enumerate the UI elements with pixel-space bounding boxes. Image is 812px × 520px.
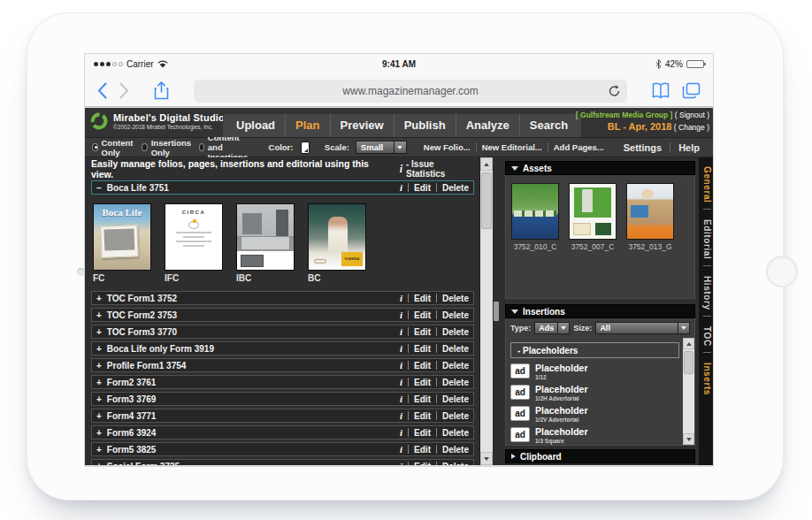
type-dropdown[interactable]: Ads — [534, 322, 570, 334]
scrollbar-track[interactable] — [480, 171, 493, 452]
delete-button[interactable]: Delete — [442, 411, 469, 421]
folio-row[interactable]: +TOC Form3 3770 iEditDelete — [91, 325, 474, 339]
folio-row[interactable]: +Profile Form1 3754 iEditDelete — [91, 358, 474, 372]
signout-link[interactable]: ( Signout ) — [675, 111, 709, 119]
edit-button[interactable]: Edit — [414, 327, 431, 337]
scrollbar-thumb[interactable] — [481, 172, 492, 229]
page-ifc[interactable]: CIRCA IFC — [165, 203, 223, 286]
help-button[interactable]: Help — [670, 142, 708, 153]
asset-thumb[interactable] — [511, 183, 559, 240]
edit-button[interactable]: Edit — [414, 310, 431, 320]
scrollbar-thumb[interactable] — [684, 351, 693, 374]
side-tab-history[interactable]: History — [702, 274, 712, 312]
new-editorial-button[interactable]: New Editorial... — [476, 142, 548, 152]
expand-icon[interactable]: + — [96, 361, 102, 371]
tabs-icon[interactable] — [682, 82, 701, 99]
info-icon[interactable]: i — [400, 394, 402, 404]
tab-preview[interactable]: Preview — [331, 114, 395, 137]
expand-icon[interactable]: + — [96, 310, 102, 320]
folio-panel-scrollbar[interactable] — [479, 157, 493, 465]
collapse-icon[interactable]: − — [96, 183, 102, 193]
delete-button[interactable]: Delete — [442, 183, 469, 193]
expand-icon[interactable]: + — [96, 294, 102, 303]
edit-button[interactable]: Edit — [414, 462, 431, 466]
edit-button[interactable]: Edit — [414, 361, 431, 371]
page-thumb-ifc[interactable]: CIRCA — [165, 203, 223, 271]
delete-button[interactable]: Delete — [442, 344, 469, 354]
back-icon[interactable] — [97, 82, 107, 99]
side-tab-general[interactable]: General — [702, 164, 712, 204]
scroll-down-icon[interactable] — [480, 452, 493, 465]
radio-insertions-only[interactable]: Insertions Only — [142, 138, 193, 157]
delete-button[interactable]: Delete — [442, 294, 469, 303]
info-icon[interactable]: i — [400, 427, 402, 438]
delete-button[interactable]: Delete — [442, 428, 469, 438]
dropdown-arrow-icon[interactable] — [395, 141, 407, 154]
scrollbar-track[interactable] — [683, 349, 694, 433]
info-icon[interactable]: i — [400, 182, 402, 193]
add-pages-button[interactable]: Add Pages... — [548, 142, 609, 152]
delete-button[interactable]: Delete — [442, 445, 469, 455]
edit-button[interactable]: Edit — [414, 183, 431, 193]
folio-row[interactable]: +Form4 3771 iEditDelete — [91, 409, 474, 423]
page-thumb-bc[interactable]: VIANNA — [308, 203, 366, 271]
edit-button[interactable]: Edit — [414, 445, 431, 455]
page-thumb-fc[interactable]: Boca Life — [93, 203, 151, 271]
panel-splitter[interactable] — [493, 157, 501, 465]
page-ibc[interactable]: IBC — [236, 203, 295, 286]
edit-button[interactable]: Edit — [414, 294, 431, 303]
folio-row[interactable]: +Form3 3769 iEditDelete — [91, 392, 474, 406]
delete-button[interactable]: Delete — [442, 394, 469, 404]
url-field[interactable]: www.magazinemanager.com — [194, 80, 627, 103]
info-icon[interactable]: i — [400, 410, 402, 421]
edit-button[interactable]: Edit — [414, 411, 431, 421]
page-thumb-ibc[interactable] — [236, 203, 295, 271]
size-dropdown[interactable]: All — [595, 322, 690, 334]
color-picker-swatch[interactable] — [301, 141, 309, 154]
scroll-up-icon[interactable] — [683, 338, 694, 349]
info-icon[interactable]: i — [400, 377, 402, 387]
folio-row[interactable]: +TOC Form1 3752 iEditDelete — [91, 291, 474, 305]
asset-item[interactable]: 3752_013_G — [626, 183, 674, 298]
info-icon[interactable]: i — [400, 326, 402, 337]
page-fc[interactable]: Boca Life FC — [93, 203, 151, 286]
settings-button[interactable]: Settings — [616, 142, 670, 153]
home-button[interactable] — [766, 256, 798, 287]
folio-row-clipped[interactable]: +Social Form 3725 iEditDelete — [91, 459, 474, 465]
info-icon[interactable]: i — [400, 343, 402, 354]
change-issue-link[interactable]: ( Change ) — [674, 123, 709, 132]
delete-button[interactable]: Delete — [442, 327, 469, 337]
info-icon[interactable]: i — [400, 444, 402, 455]
placeholders-group-header[interactable]: - Placeholders — [510, 342, 679, 358]
forward-icon[interactable] — [119, 82, 129, 99]
delete-button[interactable]: Delete — [442, 310, 469, 320]
delete-button[interactable]: Delete — [442, 361, 469, 371]
clipboard-section-header[interactable]: Clipboard — [505, 449, 695, 463]
placeholder-item[interactable]: ad Placeholder 1/12 — [510, 363, 679, 380]
folio-row-open[interactable]: − Boca Life 3751 i Edit Delete — [91, 180, 474, 195]
expand-icon[interactable]: + — [96, 411, 102, 421]
radio-content-only[interactable]: Content Only — [92, 138, 135, 157]
page-bc[interactable]: VIANNA BC — [308, 203, 366, 286]
expand-icon[interactable]: + — [96, 462, 102, 466]
placeholder-item[interactable]: ad Placeholder 1/3 Square — [510, 427, 679, 444]
tab-search[interactable]: Search — [520, 114, 578, 137]
placeholders-scrollbar[interactable] — [683, 338, 694, 445]
new-folio-button[interactable]: New Folio... — [418, 142, 476, 152]
edit-button[interactable]: Edit — [414, 378, 431, 387]
side-tab-toc[interactable]: TOC — [702, 325, 712, 348]
placeholder-item[interactable]: ad Placeholder 1/2V Advertorial — [510, 406, 679, 423]
dropdown-arrow-icon[interactable] — [678, 322, 690, 334]
asset-item[interactable]: 3752_010_C — [511, 183, 559, 298]
tab-upload[interactable]: Upload — [226, 114, 286, 137]
info-icon[interactable]: i — [400, 360, 402, 371]
expand-icon[interactable]: + — [96, 378, 102, 387]
asset-thumb[interactable] — [569, 183, 617, 240]
expand-icon[interactable]: + — [96, 394, 102, 404]
folio-row[interactable]: +Boca Life only Form 3919 iEditDelete — [91, 341, 474, 356]
delete-button[interactable]: Delete — [442, 462, 469, 466]
side-tab-inserts[interactable]: Inserts — [702, 361, 712, 397]
tab-analyze[interactable]: Analyze — [456, 114, 520, 137]
folio-row[interactable]: +Form6 3924 iEditDelete — [91, 425, 474, 440]
placeholder-item[interactable]: ad Placeholder 1/2H Advertorial — [510, 385, 679, 401]
